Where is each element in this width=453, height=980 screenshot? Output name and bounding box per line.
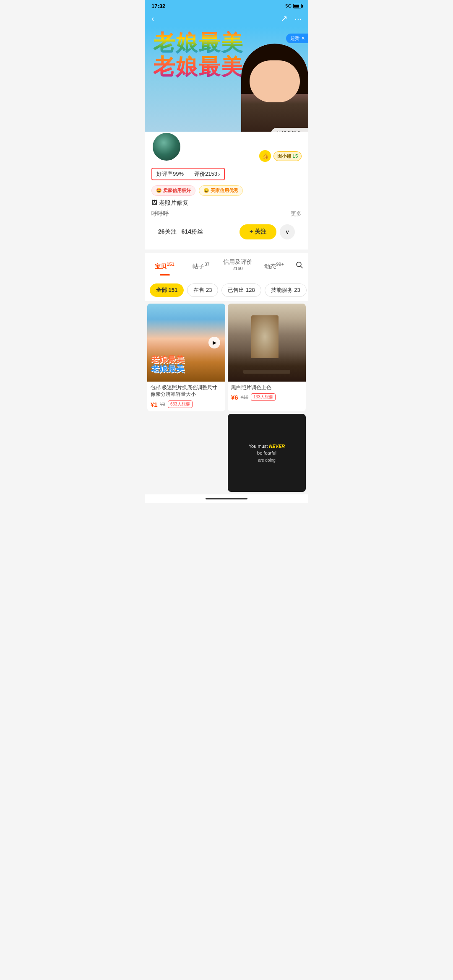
- credit-buyer-badge: 😐 买家信用优秀: [199, 185, 243, 196]
- dropdown-button[interactable]: ∨: [280, 224, 295, 239]
- battery-icon: [293, 4, 302, 8]
- tab-posts[interactable]: 帖子37: [183, 257, 219, 276]
- product-price-row-1: ¥1 ¥3 633人想要: [151, 400, 222, 408]
- rating-box[interactable]: 好评率99% 评价2153 ›: [151, 168, 225, 180]
- product-price-1: ¥1: [151, 401, 158, 408]
- credit-badges: 🤩 卖家信用极好 😐 买家信用优秀: [151, 185, 302, 196]
- follow-stats: 26关注 614粉丝: [158, 228, 203, 236]
- store-badge: 囤小铺 L5: [273, 151, 302, 161]
- product-card-1[interactable]: 老娘最美 老娘最美 ▶ 包邮 极速照片换底色调整尺寸像素分辨率容量大小 ¥1 ¥…: [147, 304, 225, 412]
- profile-section: 👍 囤小铺 L5 好评率99% 评价2153 › 🤩 卖家信用极好 😐 买家信用…: [145, 132, 308, 250]
- play-icon: ▶: [208, 337, 220, 348]
- product-image-3: You must NEVERbe fearfulare doing: [228, 414, 306, 492]
- product-card-3[interactable]: You must NEVERbe fearfulare doing: [228, 414, 306, 492]
- profile-bio: 呼呼呼 更多: [151, 210, 302, 218]
- filter-on-sale[interactable]: 在售 23: [187, 283, 218, 297]
- follow-actions: + 关注 ∨: [240, 224, 295, 239]
- profile-service: 🖼 老照片修复: [151, 199, 302, 207]
- like-badge: 👍: [259, 150, 271, 162]
- nav-right-icons: ↗ ···: [281, 13, 302, 23]
- filter-sold[interactable]: 已售出 128: [221, 283, 261, 297]
- followers-count: 614粉丝: [182, 228, 203, 236]
- bio-text: 呼呼呼: [151, 210, 169, 218]
- product-wants-1: 633人想要: [168, 400, 193, 408]
- avatar: [151, 132, 182, 162]
- tab-search-button[interactable]: [292, 258, 307, 274]
- hero-title-1: 老娘最美: [153, 31, 244, 55]
- credit-seller-badge: 🤩 卖家信用极好: [151, 185, 195, 196]
- product-price-row-2: ¥6 ¥10 133人想要: [231, 393, 302, 401]
- product-price-2: ¥6: [231, 394, 238, 401]
- product-original-price-1: ¥3: [160, 402, 165, 407]
- tab-credit[interactable]: 信用及评价2160: [219, 253, 256, 279]
- tabs-section: 宝贝151 帖子37 信用及评价2160 动态99+: [145, 253, 308, 279]
- rating-percent: 好评率99%: [156, 170, 184, 178]
- more-button[interactable]: ···: [294, 14, 302, 23]
- more-bio-button[interactable]: 更多: [291, 210, 302, 218]
- product-image-1: 老娘最美 老娘最美 ▶: [147, 304, 225, 382]
- product-title-1: 包邮 极速照片换底色调整尺寸像素分辨率容量大小: [151, 384, 222, 398]
- top-nav: ‹ ↗ ···: [145, 12, 308, 27]
- quote-text: You must NEVERbe fearfulare doing: [245, 434, 289, 472]
- filter-all[interactable]: 全部 151: [150, 283, 184, 297]
- status-bar: 17:32 5G: [145, 0, 308, 12]
- status-icons: 5G: [285, 3, 302, 8]
- following-count: 26关注: [158, 228, 177, 236]
- product-card-2[interactable]: 黑白照片调色上色 ¥6 ¥10 133人想要: [228, 304, 306, 412]
- svg-line-1: [301, 266, 303, 268]
- product-title-2: 黑白照片调色上色: [231, 384, 302, 391]
- tabs-row: 宝贝151 帖子37 信用及评价2160 动态99+: [145, 253, 308, 279]
- network-indicator: 5G: [285, 3, 292, 8]
- back-button[interactable]: ‹: [151, 14, 154, 23]
- product-original-price-2: ¥10: [241, 395, 248, 400]
- super-like-badge[interactable]: 超赞 ✕: [286, 34, 308, 43]
- tab-activity[interactable]: 动态99+: [256, 257, 292, 276]
- profile-badges: 👍 囤小铺 L5: [259, 150, 302, 162]
- filter-service[interactable]: 技能服务 23: [265, 283, 307, 297]
- product-image-2: [228, 304, 306, 382]
- product-wants-2: 133人想要: [251, 393, 276, 401]
- hero-title-2: 老娘最美: [153, 55, 244, 79]
- hero-banner: 老娘最美 老娘最美 超赞 ✕ 共12条印象 ›: [145, 27, 308, 144]
- filter-row: 全部 151 在售 23 已售出 128 技能服务 23: [145, 279, 308, 301]
- product-grid: 老娘最美 老娘最美 ▶ 包邮 极速照片换底色调整尺寸像素分辨率容量大小 ¥1 ¥…: [145, 301, 308, 495]
- status-time: 17:32: [151, 3, 165, 9]
- review-count: 评价2153 ›: [194, 170, 220, 178]
- tab-baobei[interactable]: 宝贝151: [146, 257, 183, 276]
- product-info-2: 黑白照片调色上色 ¥6 ¥10 133人想要: [228, 382, 306, 405]
- scroll-bar: [206, 498, 247, 499]
- follow-row: 26关注 614粉丝 + 关注 ∨: [151, 221, 302, 243]
- scroll-indicator: [145, 494, 308, 503]
- product-info-1: 包邮 极速照片换底色调整尺寸像素分辨率容量大小 ¥1 ¥3 633人想要: [147, 382, 225, 412]
- share-button[interactable]: ↗: [281, 13, 288, 23]
- follow-button[interactable]: + 关注: [240, 224, 276, 239]
- profile-top: 👍 囤小铺 L5: [151, 132, 302, 162]
